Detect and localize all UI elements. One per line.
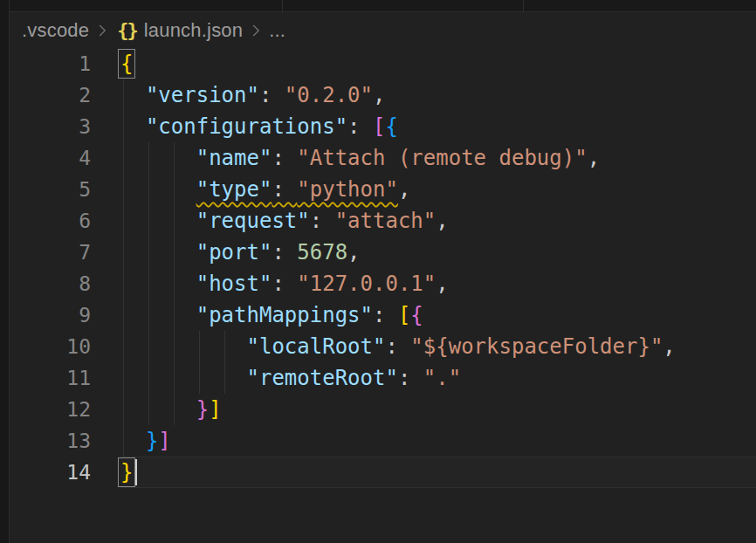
- indent-guide: [123, 299, 124, 331]
- bracket-match: {: [120, 52, 133, 76]
- bracket-match: }: [120, 460, 133, 485]
- code-line[interactable]: 8 "host": "127.0.0.1",: [10, 268, 756, 299]
- indent-guide: [123, 331, 124, 362]
- indent-guide: [174, 205, 175, 237]
- editor-left-edge: [0, 0, 10, 543]
- indent-guide: [123, 142, 124, 174]
- indent-guide: [148, 331, 149, 362]
- line-number[interactable]: 6: [10, 205, 120, 237]
- indent-guide: [148, 142, 149, 174]
- indent-guide: [123, 362, 124, 394]
- json-file-icon: {}: [117, 19, 137, 41]
- indent-guide: [199, 331, 200, 362]
- code-line[interactable]: 6 "request": "attach",: [10, 205, 756, 237]
- line-number[interactable]: 8: [10, 268, 120, 299]
- breadcrumb-item-symbols[interactable]: ...: [269, 19, 285, 42]
- indent-guide: [148, 174, 149, 205]
- code-line[interactable]: 12 }]: [10, 394, 756, 425]
- tab-separator: [282, 0, 283, 11]
- vscode-editor-window: .vscode {} launch.json ... 1{2 "version"…: [0, 0, 756, 543]
- indent-guide: [224, 362, 225, 394]
- tab-separator: [523, 0, 524, 11]
- indent-guide: [174, 237, 175, 268]
- breadcrumb: .vscode {} launch.json ...: [10, 12, 756, 48]
- indent-guide: [148, 237, 149, 268]
- breadcrumb-item-folder[interactable]: .vscode: [22, 19, 89, 42]
- line-number[interactable]: 13: [10, 425, 120, 457]
- indent-guide: [224, 331, 225, 362]
- code-line[interactable]: 9 "pathMappings": [{: [10, 299, 756, 331]
- indent-guide: [174, 331, 175, 362]
- code-line[interactable]: 5 "type": "python",: [10, 174, 756, 205]
- indent-guide: [174, 268, 175, 299]
- code-line[interactable]: 11 "remoteRoot": ".": [10, 362, 756, 394]
- indent-guide: [148, 299, 149, 331]
- tab-bar-edge: [10, 0, 756, 12]
- indent-guide: [174, 299, 175, 331]
- line-number[interactable]: 7: [10, 237, 120, 268]
- line-number[interactable]: 2: [10, 79, 120, 111]
- indent-guide: [123, 394, 124, 425]
- editor-code-area[interactable]: 1{2 "version": "0.2.0",3 "configurations…: [10, 48, 756, 488]
- indent-guide: [123, 237, 124, 268]
- code-line[interactable]: 10 "localRoot": "${workspaceFolder}",: [10, 331, 756, 362]
- code-line[interactable]: 4 "name": "Attach (remote debug)",: [10, 142, 756, 174]
- indent-guide: [148, 268, 149, 299]
- indent-guide: [174, 174, 175, 205]
- line-number[interactable]: 12: [10, 394, 120, 425]
- indent-guide: [148, 362, 149, 394]
- line-number[interactable]: 5: [10, 174, 120, 205]
- indent-guide: [123, 205, 124, 237]
- line-number[interactable]: 10: [10, 331, 120, 362]
- chevron-right-icon: [93, 21, 112, 40]
- indent-guide: [174, 362, 175, 394]
- code-line[interactable]: 2 "version": "0.2.0",: [10, 79, 756, 111]
- line-number[interactable]: 3: [10, 111, 120, 142]
- indent-guide: [174, 142, 175, 174]
- code-line[interactable]: 13 }]: [10, 425, 756, 457]
- line-number[interactable]: 14: [10, 457, 120, 488]
- indent-guide: [123, 174, 124, 205]
- text-cursor: [135, 459, 137, 485]
- line-number[interactable]: 4: [10, 142, 120, 174]
- indent-guide: [123, 111, 124, 142]
- chevron-right-icon: [246, 21, 265, 40]
- indent-guide: [123, 79, 124, 111]
- breadcrumb-item-file[interactable]: launch.json: [144, 19, 244, 42]
- indent-guide: [199, 362, 200, 394]
- code-line[interactable]: 3 "configurations": [{: [10, 111, 756, 142]
- code-line[interactable]: 1{: [10, 48, 756, 79]
- indent-guide: [148, 205, 149, 237]
- indent-guide: [123, 425, 124, 457]
- indent-guide: [174, 394, 175, 425]
- indent-guide: [123, 268, 124, 299]
- indent-guide: [148, 394, 149, 425]
- code-line[interactable]: 7 "port": 5678,: [10, 237, 756, 268]
- line-number[interactable]: 9: [10, 299, 120, 331]
- line-number[interactable]: 1: [10, 48, 120, 79]
- code-line[interactable]: 14}: [10, 457, 756, 488]
- line-number[interactable]: 11: [10, 362, 120, 394]
